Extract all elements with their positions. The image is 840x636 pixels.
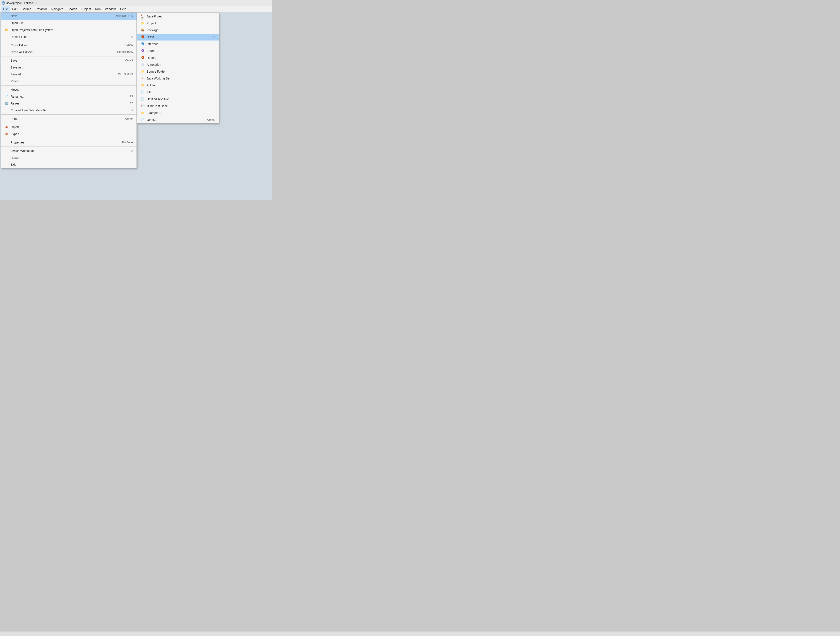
file-menu-save[interactable]: Save Ctrl+S xyxy=(1,57,136,64)
rename-label: Rename... xyxy=(11,95,121,98)
file-menu-close-all[interactable]: Close All Editors Ctrl+Shift+W xyxy=(1,49,136,55)
file-menu-open-file[interactable]: Open File... xyxy=(1,20,136,27)
switch-label: Switch Workspace xyxy=(11,149,129,153)
new-submenu: J☕ Java Project 📁 Project... 📦 Package 🅒… xyxy=(137,13,219,123)
convert-icon xyxy=(5,108,9,112)
separator-7 xyxy=(1,146,136,147)
annotation-label: Annotation xyxy=(147,63,215,66)
file-menu-close-editor[interactable]: Close Editor Ctrl+W xyxy=(1,42,136,49)
import-label: Import... xyxy=(11,125,133,129)
revert-icon xyxy=(5,79,9,83)
save-all-label: Save All xyxy=(11,72,109,76)
close-editor-label: Close Editor xyxy=(11,44,116,47)
new-icon xyxy=(5,14,9,18)
junit-label: JUnit Test Case xyxy=(147,104,215,108)
new-java-working-set[interactable]: J🗂 Java Working Set xyxy=(137,75,219,82)
file-menu-new[interactable]: New Alt+Shift+N > xyxy=(1,13,136,20)
example-label: Example... xyxy=(147,111,215,115)
rename-icon: 📄 xyxy=(5,94,9,99)
recent-label: Recent Files xyxy=(11,35,129,39)
file-menu-switch-workspace[interactable]: Switch Workspace > xyxy=(1,147,136,154)
file-menu-save-all[interactable]: Save All Ctrl+Shift+S xyxy=(1,71,136,78)
other-icon: 📄 xyxy=(141,118,145,122)
file-menu-convert[interactable]: Convert Line Delimiters To > xyxy=(1,107,136,114)
export-label: Export... xyxy=(11,132,133,136)
new-enum[interactable]: 🅔 Enum xyxy=(137,47,219,54)
new-interface[interactable]: 🅘 Interface xyxy=(137,41,219,47)
menu-item-window[interactable]: Window xyxy=(103,6,118,12)
properties-shortcut: Alt+Enter xyxy=(122,141,133,144)
new-file[interactable]: 📄 File xyxy=(137,89,219,96)
source-folder-icon: 📁 xyxy=(141,69,145,74)
menu-item-help[interactable]: Help xyxy=(118,6,128,12)
file-menu-container: File New Alt+Shift+N > Open File... 📂 Op… xyxy=(1,6,10,12)
menu-item-file[interactable]: File xyxy=(1,6,10,12)
menu-item-navigate[interactable]: Navigate xyxy=(49,6,65,12)
revert-label: Revert xyxy=(11,80,133,83)
new-example[interactable]: 📁 Example... xyxy=(137,109,219,116)
folder-label: Folder xyxy=(147,83,215,87)
record-label: Record xyxy=(147,56,215,60)
menu-item-run[interactable]: Run xyxy=(93,6,103,12)
file-menu-properties[interactable]: Properties Alt+Enter xyxy=(1,139,136,146)
menu-item-search[interactable]: Search xyxy=(65,6,79,12)
file-menu-move[interactable]: Move... xyxy=(1,86,136,93)
new-untitled-text[interactable]: 📄 Untitled Text File xyxy=(137,96,219,102)
menu-item-edit[interactable]: Edit xyxy=(10,6,20,12)
record-icon: 🅡 xyxy=(141,55,145,60)
convert-arrow: > xyxy=(131,109,133,112)
title-bar: ☕ JAVAproject - Eclipse IDE xyxy=(0,0,272,6)
file-menu-refresh[interactable]: 🔄 Refresh F5 xyxy=(1,100,136,107)
file-menu-dropdown: New Alt+Shift+N > Open File... 📂 Open Pr… xyxy=(1,13,137,168)
save-all-icon xyxy=(5,72,9,77)
refresh-shortcut: F5 xyxy=(130,102,133,105)
file-menu-rename[interactable]: 📄 Rename... F2 xyxy=(1,93,136,100)
file-menu-revert[interactable]: Revert xyxy=(1,78,136,85)
file-menu-export[interactable]: 📤 Export... xyxy=(1,131,136,137)
new-other[interactable]: 📄 Other... Ctrl+N xyxy=(137,116,219,123)
menu-item-project[interactable]: Project xyxy=(79,6,93,12)
app-icon: ☕ xyxy=(2,1,5,5)
file-menu-open-projects[interactable]: 📂 Open Projects from File System... xyxy=(1,27,136,33)
close-all-label: Close All Editors xyxy=(11,50,109,54)
file-menu-restart[interactable]: Restart xyxy=(1,154,136,161)
working-set-icon: J🗂 xyxy=(141,76,145,80)
new-package[interactable]: 📦 Package xyxy=(137,27,219,34)
new-source-folder[interactable]: 📁 Source Folder xyxy=(137,68,219,75)
new-shortcut: Alt+Shift+N xyxy=(115,14,129,18)
file-menu-save-as[interactable]: Save As... xyxy=(1,64,136,71)
properties-icon xyxy=(5,140,9,145)
new-annotation[interactable]: @ Annotation xyxy=(137,61,219,68)
file-menu-import[interactable]: 📥 Import... xyxy=(1,124,136,131)
file-menu-exit[interactable]: Exit xyxy=(1,161,136,168)
properties-label: Properties xyxy=(11,141,113,144)
menu-item-refactor[interactable]: Refactor xyxy=(33,6,49,12)
recent-icon xyxy=(5,35,9,39)
exit-label: Exit xyxy=(11,163,133,166)
restart-icon xyxy=(5,156,9,160)
new-junit-test[interactable]: J📄 JUnit Test Case xyxy=(137,102,219,109)
source-folder-label: Source Folder xyxy=(147,70,215,73)
new-class[interactable]: 🅒 Class ↖ xyxy=(137,34,219,41)
project-label: Project... xyxy=(147,22,215,25)
new-java-project[interactable]: J☕ Java Project xyxy=(137,13,219,20)
annotation-icon: @ xyxy=(141,63,145,67)
restart-label: Restart xyxy=(11,156,133,159)
enum-label: Enum xyxy=(147,49,215,53)
file-menu-recent-files[interactable]: Recent Files > xyxy=(1,33,136,40)
new-folder[interactable]: 📁 Folder xyxy=(137,82,219,89)
export-icon: 📤 xyxy=(5,132,9,136)
switch-arrow: > xyxy=(131,149,133,153)
java-project-icon: J☕ xyxy=(141,14,145,19)
menu-item-source[interactable]: Source xyxy=(20,6,33,12)
rename-shortcut: F2 xyxy=(130,95,133,98)
print-shortcut: Ctrl+P xyxy=(125,117,133,120)
close-all-shortcut: Ctrl+Shift+W xyxy=(117,50,133,54)
menu-bar: File New Alt+Shift+N > Open File... 📂 Op… xyxy=(0,6,272,12)
separator-4 xyxy=(1,114,136,115)
file-menu-print[interactable]: Print... Ctrl+P xyxy=(1,115,136,122)
new-record[interactable]: 🅡 Record xyxy=(137,54,219,61)
untitled-icon: 📄 xyxy=(141,97,145,101)
print-label: Print... xyxy=(11,117,117,120)
new-project[interactable]: 📁 Project... xyxy=(137,20,219,27)
